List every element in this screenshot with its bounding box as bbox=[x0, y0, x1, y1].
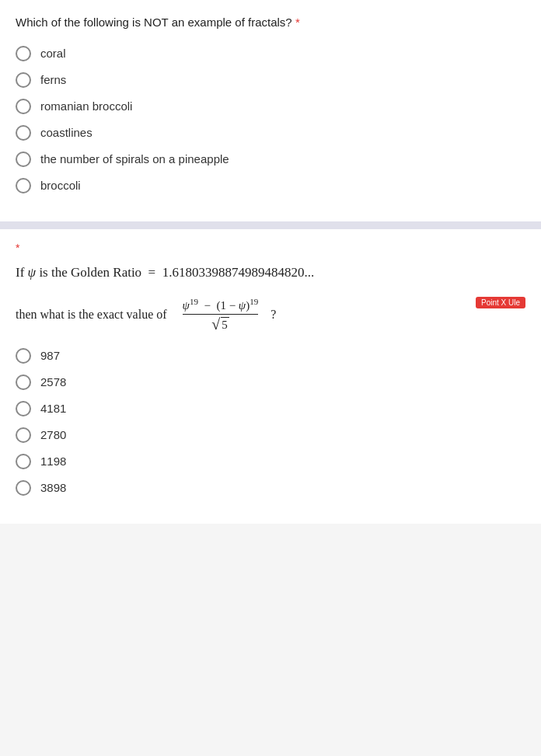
radio-1198[interactable] bbox=[16, 454, 31, 469]
option-2578-label: 2578 bbox=[40, 375, 66, 388]
option-2578[interactable]: 2578 bbox=[16, 375, 525, 390]
sqrt-5: √ 5 bbox=[211, 316, 229, 332]
radio-romanian-broccoli[interactable] bbox=[16, 99, 31, 114]
fraction-denominator: √ 5 bbox=[211, 315, 229, 333]
option-romanian-broccoli-label: romanian broccoli bbox=[40, 99, 132, 113]
required-marker-1: * bbox=[295, 16, 300, 29]
option-2780[interactable]: 2780 bbox=[16, 427, 525, 443]
fraction-numerator: ψ19 − (1 − ψ)19 bbox=[183, 297, 259, 315]
question-1-text: Which of the following is NOT an example… bbox=[16, 14, 525, 32]
option-3898-label: 3898 bbox=[40, 481, 66, 494]
binet-fraction: ψ19 − (1 − ψ)19 √ 5 bbox=[183, 297, 259, 333]
option-coral-label: coral bbox=[40, 47, 66, 60]
question-mark: ? bbox=[267, 308, 276, 322]
option-3898[interactable]: 3898 bbox=[16, 480, 525, 496]
point-badge: Point X Ule bbox=[476, 297, 525, 308]
formula-row: then what is the exact value of ψ19 − (1… bbox=[16, 297, 525, 333]
golden-ratio-statement: If ψ is the Golden Ratio = 1.61803398874… bbox=[16, 262, 525, 283]
question-2-section: * If ψ is the Golden Ratio = 1.618033988… bbox=[0, 229, 541, 524]
option-2780-label: 2780 bbox=[40, 428, 66, 441]
option-coastlines[interactable]: coastlines bbox=[16, 125, 525, 141]
option-987-label: 987 bbox=[40, 349, 60, 362]
option-4181[interactable]: 4181 bbox=[16, 401, 525, 416]
radio-coral[interactable] bbox=[16, 46, 31, 61]
radio-coastlines[interactable] bbox=[16, 125, 31, 141]
radio-3898[interactable] bbox=[16, 480, 31, 496]
asterisk-marker: * bbox=[16, 242, 525, 254]
option-987[interactable]: 987 bbox=[16, 348, 525, 364]
option-coastlines-label: coastlines bbox=[40, 126, 92, 139]
option-ferns-label: ferns bbox=[40, 73, 66, 86]
option-4181-label: 4181 bbox=[40, 402, 66, 415]
option-broccoli[interactable]: broccoli bbox=[16, 178, 525, 193]
then-what-text: then what is the exact value of bbox=[16, 308, 167, 322]
radio-spirals-pineapple[interactable] bbox=[16, 152, 31, 167]
option-1198[interactable]: 1198 bbox=[16, 454, 525, 469]
option-ferns[interactable]: ferns bbox=[16, 72, 525, 88]
radio-2780[interactable] bbox=[16, 427, 31, 443]
radio-ferns[interactable] bbox=[16, 72, 31, 88]
psi-symbol: ψ bbox=[28, 265, 37, 280]
radio-4181[interactable] bbox=[16, 401, 31, 416]
radio-987[interactable] bbox=[16, 348, 31, 364]
option-romanian-broccoli[interactable]: romanian broccoli bbox=[16, 99, 525, 114]
option-spirals-pineapple-label: the number of spirals on a pineapple bbox=[40, 152, 229, 165]
option-spirals-pineapple[interactable]: the number of spirals on a pineapple bbox=[16, 152, 525, 167]
question-1-section: Which of the following is NOT an example… bbox=[0, 0, 541, 221]
radio-2578[interactable] bbox=[16, 375, 31, 390]
option-coral[interactable]: coral bbox=[16, 46, 525, 61]
section-divider bbox=[0, 221, 541, 229]
radio-broccoli[interactable] bbox=[16, 178, 31, 193]
golden-ratio-value: 1.61803398874989484820... bbox=[162, 265, 315, 280]
option-1198-label: 1198 bbox=[40, 455, 66, 468]
option-broccoli-label: broccoli bbox=[40, 179, 81, 192]
